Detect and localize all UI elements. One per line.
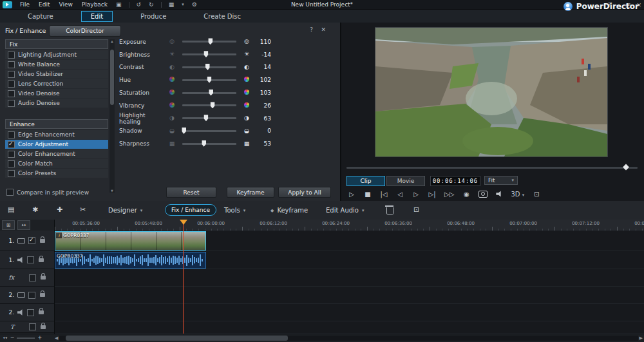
track-enable-checkbox[interactable] — [27, 256, 34, 263]
slider-track[interactable] — [182, 53, 236, 55]
item-checkbox[interactable] — [8, 100, 15, 107]
volume-speaker-icon[interactable] — [496, 191, 502, 197]
fit-timeline-icon[interactable]: ↔ — [3, 335, 8, 341]
timecode-display[interactable]: 00:06:14:06 — [430, 176, 480, 186]
lock-icon[interactable] — [39, 310, 44, 314]
lock-icon[interactable] — [41, 276, 46, 280]
slider-thumb[interactable] — [204, 51, 208, 57]
fix-enhance-button[interactable]: Fix / Enhance — [165, 204, 216, 216]
scroll-up-icon[interactable]: ▲ — [111, 39, 113, 43]
slider-track[interactable] — [182, 66, 236, 68]
item-checkbox[interactable] — [8, 131, 15, 138]
scrollbar-thumb[interactable] — [110, 50, 114, 105]
keyframe-button[interactable]: Keyframe — [227, 187, 274, 198]
item-checkbox[interactable] — [8, 71, 15, 78]
scroll-down-icon[interactable]: ▼ — [111, 189, 113, 193]
fix-item[interactable]: Video Stabilizer — [5, 70, 108, 79]
lock-icon[interactable] — [39, 258, 44, 262]
keyframe-toolbar-button[interactable]: ◆ Keyframe — [270, 207, 308, 214]
mode-tab[interactable]: Produce — [131, 11, 176, 22]
slider-thumb[interactable] — [205, 64, 210, 70]
slider-track[interactable] — [182, 143, 236, 145]
slider-thumb[interactable] — [204, 115, 208, 121]
slider-track[interactable] — [182, 117, 236, 119]
magnet-snap-icon[interactable]: ✱ — [32, 205, 38, 214]
room-export-icon[interactable]: ⊡ — [413, 205, 419, 214]
redo-icon[interactable]: ↻ — [148, 1, 155, 8]
track-manager-icon[interactable]: ▤ — [8, 205, 14, 214]
menu-view[interactable]: View — [58, 1, 74, 8]
item-checkbox[interactable] — [8, 90, 15, 97]
fix-group-header[interactable]: Fix — [5, 39, 108, 49]
mode-tab[interactable]: Edit — [81, 11, 113, 22]
enhance-item[interactable]: Edge Enhancement — [5, 130, 108, 139]
track-enable-checkbox[interactable] — [28, 292, 35, 299]
panel-help-icon[interactable]: ? — [310, 26, 313, 33]
track-manager-button[interactable]: ⊞ — [2, 220, 15, 230]
snapshot-camera-icon[interactable] — [478, 191, 488, 198]
lock-icon[interactable] — [40, 239, 45, 243]
slider-thumb[interactable] — [211, 102, 215, 108]
enhance-item[interactable]: Color Match — [5, 159, 108, 168]
playhead-marker[interactable] — [180, 220, 187, 225]
fix-item[interactable]: Lens Correction — [5, 79, 108, 88]
list-scrollbar[interactable]: ▲ ▼ — [109, 39, 115, 193]
designer-dropdown[interactable]: Designer ▾ — [108, 207, 142, 214]
stop-button[interactable]: ■ — [364, 191, 372, 198]
audio-track-2-lane[interactable] — [55, 304, 644, 321]
range-select-button[interactable]: ↔ — [17, 220, 30, 230]
slider-thumb[interactable] — [208, 38, 213, 44]
zoom-in-button[interactable]: + — [37, 335, 42, 341]
slider-thumb[interactable] — [207, 77, 212, 83]
menu-playback[interactable]: Playback — [80, 1, 109, 8]
item-checkbox[interactable] — [8, 170, 15, 177]
edit-audio-dropdown[interactable]: Edit Audio ▾ — [326, 207, 364, 214]
grid-icon[interactable]: ▦ — [168, 1, 175, 8]
timeline-scrollbar[interactable]: ◀ ▶ — [55, 335, 643, 341]
next-clip-button[interactable]: ▷| — [428, 191, 436, 198]
fast-forward-button[interactable]: ▷▷ — [444, 191, 454, 198]
scrollbar-track[interactable] — [59, 336, 638, 341]
slider-track[interactable] — [182, 130, 236, 132]
capture-button[interactable]: ◉ — [462, 191, 470, 198]
compare-split-preview[interactable]: Compare in split preview — [6, 189, 89, 196]
zoom-slider[interactable] — [17, 337, 35, 339]
tab-movie[interactable]: Movie — [386, 176, 425, 186]
lock-icon[interactable] — [40, 293, 45, 297]
play-button[interactable]: ▷ — [348, 191, 355, 198]
threed-button[interactable]: 3D ▾ — [511, 191, 524, 198]
trash-icon[interactable] — [386, 207, 393, 214]
slider-track[interactable] — [182, 79, 236, 81]
panel-close-icon[interactable]: ✕ — [321, 26, 326, 33]
step-back-button[interactable]: ◁ — [396, 191, 404, 198]
enhance-item[interactable]: Color Presets — [5, 169, 108, 178]
tools-dropdown[interactable]: Tools ▾ — [224, 207, 245, 214]
fix-item[interactable]: Video Denoise — [5, 89, 108, 98]
compare-checkbox[interactable] — [6, 189, 14, 196]
save-icon[interactable]: ▣ — [115, 1, 122, 8]
preview-seekbar[interactable] — [346, 167, 638, 169]
tab-clip[interactable]: Clip — [346, 176, 385, 186]
timeline-ruler[interactable]: 00:05:36:0000:05:48:0000:06:00:0000:06:1… — [55, 220, 644, 231]
preview-window-button[interactable]: ⊡ — [533, 191, 540, 198]
track-enable-checkbox[interactable] — [27, 309, 34, 316]
track-enable-checkbox[interactable] — [29, 323, 36, 330]
seekbar-thumb[interactable] — [623, 164, 629, 171]
item-checkbox[interactable] — [8, 61, 15, 68]
item-checkbox[interactable] — [8, 151, 15, 158]
fx-track-lane[interactable] — [55, 269, 644, 287]
item-checkbox[interactable] — [8, 52, 15, 59]
colordirector-button[interactable]: ColorDirector — [49, 25, 121, 37]
scroll-left-icon[interactable]: ◀ — [55, 336, 58, 341]
menu-file[interactable]: File — [19, 1, 31, 8]
item-checkbox[interactable] — [8, 81, 15, 88]
apply-to-all-button[interactable]: Apply to All — [278, 187, 331, 198]
fix-item[interactable]: White Balance — [5, 60, 108, 69]
video-track-2-lane[interactable] — [55, 287, 644, 304]
item-checkbox[interactable] — [8, 141, 15, 148]
split-scissors-icon[interactable]: ✂ — [80, 205, 86, 214]
slider-track[interactable] — [182, 104, 236, 106]
lock-icon[interactable] — [41, 325, 46, 329]
slider-thumb[interactable] — [202, 140, 206, 147]
slider-thumb[interactable] — [182, 128, 186, 134]
